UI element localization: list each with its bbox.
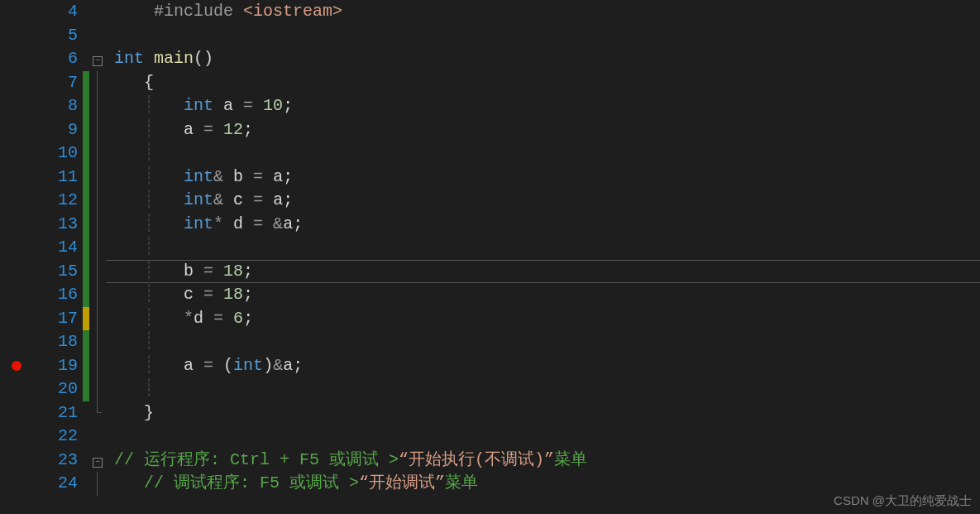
token	[114, 2, 154, 21]
code-line[interactable]: {	[106, 71, 154, 95]
token: int	[233, 356, 263, 375]
token: =	[243, 96, 263, 115]
token: ┊	[114, 285, 184, 304]
token: // 运行程序: Ctrl + F5 或调试 >	[114, 450, 399, 469]
token: ;	[243, 120, 253, 139]
token: 菜单	[554, 450, 587, 469]
token: (	[223, 356, 233, 375]
token: *	[184, 309, 194, 328]
code-line[interactable]: ┊	[106, 377, 154, 401]
token: 12	[223, 120, 243, 139]
token: d	[223, 214, 253, 233]
token: ┊	[114, 332, 154, 351]
token: )	[263, 356, 273, 375]
code-line[interactable]: #include <iostream>	[106, 0, 342, 24]
code-line[interactable]: ┊ a = (int)&a;	[106, 354, 303, 378]
token: “开始执行(不调试)”	[399, 450, 554, 469]
fold-toggle-icon[interactable]: −	[93, 458, 103, 468]
token: ;	[243, 309, 253, 328]
token: ┊	[114, 379, 154, 398]
token: =	[203, 120, 223, 139]
breakpoint-icon[interactable]	[12, 361, 22, 371]
token: }	[144, 403, 154, 422]
line-number: 16	[33, 283, 78, 307]
token: b	[223, 167, 253, 186]
line-number: 20	[33, 377, 78, 401]
token: ┊	[114, 96, 184, 115]
code-line[interactable]: ┊ int& c = a;	[106, 189, 293, 213]
token: ┊	[114, 167, 184, 186]
code-editor[interactable]: 456789101112131415161718192021222324 −− …	[0, 0, 980, 514]
change-mark-saved	[83, 94, 89, 118]
token: int	[184, 96, 213, 115]
token: ┊	[114, 309, 184, 328]
line-number: 22	[33, 425, 78, 449]
code-line[interactable]: // 调试程序: F5 或调试 >“开始调试”菜单	[106, 472, 478, 496]
token	[114, 73, 144, 92]
line-number: 23	[33, 449, 78, 473]
change-mark-saved	[83, 260, 89, 284]
token: b	[184, 262, 203, 281]
token: =	[253, 190, 273, 209]
code-line[interactable]: ┊	[106, 142, 154, 166]
token: a	[184, 120, 203, 139]
line-number: 19	[33, 354, 78, 378]
code-line[interactable]: ┊ c = 18;	[106, 283, 253, 307]
change-mark-saved	[83, 118, 89, 142]
token: ()	[194, 49, 213, 68]
token: a	[184, 356, 203, 375]
token: 10	[263, 96, 283, 115]
token: <iostream>	[243, 2, 342, 21]
token: ┊	[114, 120, 184, 139]
line-number: 15	[33, 260, 78, 284]
change-mark-gutter	[83, 0, 89, 514]
token: #include	[154, 2, 243, 21]
token: {	[144, 73, 154, 92]
code-line[interactable]	[106, 425, 114, 449]
code-line[interactable]: ┊ int a = 10;	[106, 94, 293, 118]
token: a;	[273, 167, 293, 186]
code-area[interactable]: #include <iostream>int main() { ┊ int a …	[106, 0, 980, 514]
code-line[interactable]: int main()	[106, 47, 213, 71]
fold-toggle-icon[interactable]: −	[93, 56, 103, 66]
token: &	[213, 167, 223, 186]
line-number: 13	[33, 213, 78, 237]
line-number-gutter: 456789101112131415161718192021222324	[33, 0, 83, 514]
code-line[interactable]	[106, 24, 114, 48]
code-line[interactable]: // 运行程序: Ctrl + F5 或调试 >“开始执行(不调试)”菜单	[106, 449, 587, 473]
token: int	[114, 49, 154, 68]
token: a;	[283, 356, 303, 375]
code-line[interactable]: ┊	[106, 236, 154, 260]
token: =	[213, 309, 233, 328]
code-line[interactable]: }	[106, 401, 154, 425]
code-line[interactable]: ┊ int* d = &a;	[106, 213, 303, 237]
code-line[interactable]: ┊ *d = 6;	[106, 307, 253, 331]
token: a	[213, 96, 243, 115]
token: ┊	[114, 143, 154, 162]
breakpoint-gutter[interactable]	[0, 0, 33, 514]
token: ┊	[114, 262, 184, 281]
code-line[interactable]: ┊ int& b = a;	[106, 166, 293, 190]
token: 6	[233, 309, 243, 328]
token: ┊	[114, 214, 184, 233]
code-line[interactable]: ┊ b = 18;	[106, 260, 253, 284]
token: =	[203, 285, 223, 304]
change-mark-unsaved	[83, 307, 89, 331]
token: int	[184, 167, 213, 186]
token: int	[184, 190, 213, 209]
change-mark-saved	[83, 283, 89, 307]
change-mark-saved	[83, 189, 89, 213]
token: =	[203, 356, 223, 375]
code-line[interactable]: ┊	[106, 330, 154, 354]
fold-gutter[interactable]: −−	[89, 0, 106, 514]
line-number: 9	[33, 118, 78, 142]
token: ┊	[114, 238, 154, 257]
token: = &	[253, 214, 283, 233]
code-line[interactable]: ┊ a = 12;	[106, 118, 253, 142]
change-mark-saved	[83, 236, 89, 260]
change-mark-saved	[83, 330, 89, 354]
token: *	[213, 214, 223, 233]
token: a;	[273, 190, 293, 209]
line-number: 7	[33, 71, 78, 95]
line-number: 24	[33, 472, 78, 496]
